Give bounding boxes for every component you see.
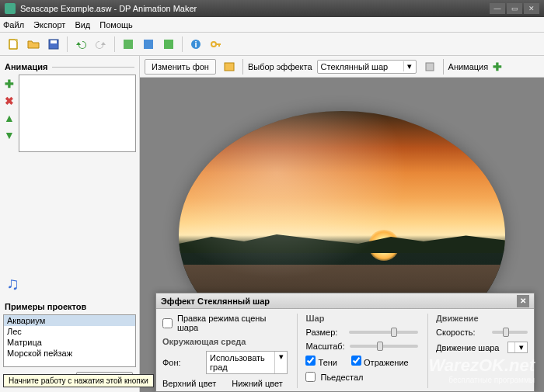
maximize-button[interactable]: ▭ [507,3,522,14]
chevron-down-icon[interactable]: ▾ [403,61,416,71]
svg-rect-5 [164,40,173,49]
undo-icon[interactable] [72,36,89,53]
svg-point-8 [211,42,216,47]
choose-effect-label: Выбор эффекта [248,62,312,71]
save-icon[interactable] [45,36,62,53]
add-anim-button[interactable]: ✚ [3,78,16,90]
effect-properties-panel: Эффект Стеклянный шар ✕ Правка режима сц… [155,293,535,392]
change-background-button[interactable]: Изменить фон [145,59,216,75]
list-item[interactable]: Лес [4,326,135,337]
image-icon[interactable] [221,58,238,75]
info-icon[interactable]: i [187,36,204,53]
size-slider[interactable] [349,331,418,334]
menu-file[interactable]: Файл [3,20,24,29]
tooltip-hint: Начните работу с нажатия этой кнопки [3,374,154,387]
scale-slider[interactable] [350,345,418,348]
menu-export[interactable]: Экспорт [33,20,65,29]
canvas-toolbar: Изменить фон Выбор эффекта ▾ Анимация ✚ [140,56,544,78]
key-icon[interactable] [207,36,225,53]
export2-icon[interactable] [140,36,157,53]
svg-rect-10 [426,63,434,71]
effect-settings-icon[interactable] [421,58,438,75]
sidebar: Анимация ✚ ✖ ▲ ▼ ♫ Примеры проектов Аква… [0,56,140,392]
svg-rect-9 [225,63,234,71]
menubar: Файл Экспорт Вид Помощь [0,17,544,33]
redo-icon[interactable] [92,36,110,53]
move-down-button[interactable]: ▼ [3,129,16,141]
svg-text:i: i [194,40,197,49]
window-title: Seascape Example.asw - DP Animation Make… [20,4,197,13]
env-group-label: Окружающая среда [162,337,288,346]
projects-title: Примеры проектов [3,299,136,314]
list-item[interactable]: Аквариум [4,315,135,326]
background-combo[interactable]: Использовать град▾ [206,351,288,374]
list-item[interactable]: Морской пейзаж [4,348,135,359]
app-icon [5,3,16,14]
list-item[interactable]: Матрица [4,337,135,348]
open-folder-icon[interactable] [25,36,42,53]
minimize-button[interactable]: — [490,3,505,14]
new-file-icon[interactable] [5,36,22,53]
menu-help[interactable]: Помощь [99,20,133,29]
animation-panel-title: Анимация [3,59,136,75]
pedestal-checkbox[interactable] [305,372,316,382]
add-animation-button[interactable]: ✚ [493,61,502,73]
speed-slider[interactable] [492,331,528,334]
svg-rect-4 [144,40,153,49]
export1-icon[interactable] [120,36,137,53]
export3-icon[interactable] [160,36,177,53]
svg-rect-2 [51,40,57,43]
effect-select[interactable]: ▾ [317,60,417,74]
music-icon[interactable]: ♫ [3,269,136,299]
svg-rect-3 [124,40,133,49]
animation-label: Анимация [448,62,489,71]
move-up-button[interactable]: ▲ [3,112,16,124]
reflection-checkbox[interactable] [351,356,361,366]
motion-group-label: Движение [436,314,528,323]
chevron-down-icon: ▾ [274,352,287,373]
effect-value[interactable] [318,61,403,73]
sphere-group-label: Шар [305,314,418,323]
sphere-motion-combo[interactable]: ▾ [507,342,528,353]
shadows-checkbox[interactable] [305,356,316,366]
close-panel-button[interactable]: ✕ [517,295,529,307]
titlebar: Seascape Example.asw - DP Animation Make… [0,0,544,17]
close-button[interactable]: ✕ [524,3,539,14]
props-title: Эффект Стеклянный шар [161,297,270,306]
scene-edit-checkbox[interactable] [162,318,173,328]
main-toolbar: i [0,33,544,56]
projects-list[interactable]: Аквариум Лес Матрица Морской пейзаж [3,314,136,367]
menu-view[interactable]: Вид [75,20,90,29]
animation-list[interactable] [19,75,136,152]
remove-anim-button[interactable]: ✖ [3,95,16,107]
chevron-down-icon: ▾ [514,342,527,352]
